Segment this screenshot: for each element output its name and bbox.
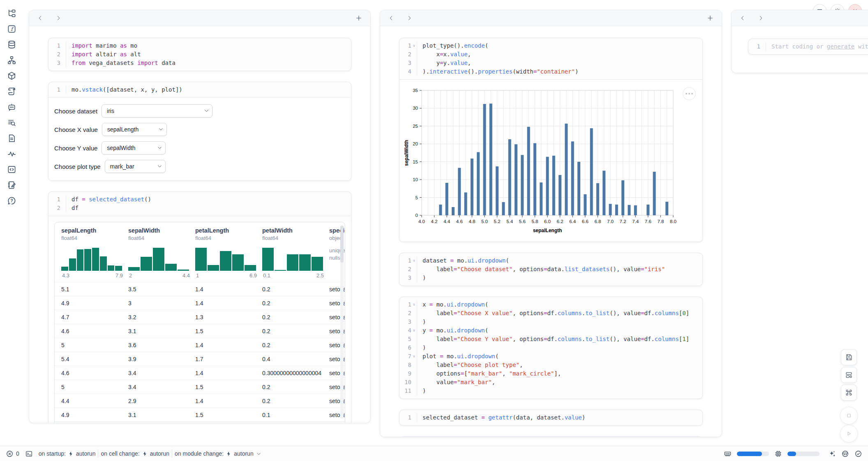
fold-chevron-icon[interactable]: ∨ [411, 352, 417, 361]
table-row[interactable]: 4.63.41.40.30000000000000004setosa [55, 366, 345, 380]
sidebar-item-packages[interactable] [7, 71, 17, 81]
choose-x-value-select[interactable]: sepalLength [102, 123, 167, 136]
table-cell: 5.4 [61, 356, 128, 362]
code-placeholder[interactable]: Start coding or generate with [766, 42, 868, 51]
table-row[interactable]: 4.63.11.50.2setosa [55, 324, 345, 338]
table-row[interactable]: 53.41.50.2setosa [55, 380, 345, 394]
column-header-sepalLength[interactable]: sepalLengthfloat644.37.9 [61, 222, 128, 282]
runtime-config-on-module-change[interactable]: on module change:autorun [175, 450, 261, 457]
cpu-usage-meter[interactable] [787, 452, 820, 456]
chart-menu-button[interactable] [683, 87, 696, 100]
lightning-icon [68, 451, 74, 456]
ram-usage-meter[interactable] [737, 452, 769, 456]
fold-chevron-icon[interactable]: ∨ [411, 256, 417, 265]
sidebar-item-dependencies[interactable] [7, 55, 17, 65]
column-header-petalWidth[interactable]: petalWidthfloat640.12.5 [262, 222, 329, 282]
generate-link[interactable]: generate [827, 43, 854, 50]
chevron-left-icon[interactable] [740, 15, 746, 21]
sidebar-item-help[interactable]: ? [7, 196, 17, 206]
selected-dataset-cell: 1selected_dataset = getattr(data, datase… [399, 410, 703, 426]
connection-status-icon[interactable] [854, 450, 862, 458]
table-cell: 1.3 [195, 314, 262, 320]
table-row[interactable]: 4.931.40.2setosa [55, 296, 345, 310]
svg-text:30: 30 [413, 106, 418, 111]
fold-chevron-icon[interactable]: ∨ [411, 300, 417, 309]
dataframe-table: sepalLengthfloat644.37.9sepalWidthfloat6… [54, 222, 345, 423]
choose-plot-type-select[interactable]: mark_bar [105, 160, 166, 173]
keyboard-shortcuts-button[interactable] [841, 385, 857, 401]
chevron-down-icon [256, 451, 261, 456]
table-cell: 1.4 [195, 370, 262, 376]
code-editor[interactable]: 1∨23dataset = mo.ui.dropdown( label="Cho… [399, 253, 702, 286]
sidebar-item-ai-chat[interactable] [7, 102, 17, 112]
table-row[interactable]: 4.42.91.40.2setosa [55, 394, 345, 408]
plot-cell: 1∨234plot_type().encode( x=x.value, y=y.… [399, 38, 703, 242]
code-editor[interactable]: 1selected_dataset = getattr(data, datase… [399, 410, 702, 425]
table-row[interactable]: 5.13.51.40.2setosa [55, 282, 345, 296]
chevron-down-icon [158, 127, 164, 132]
runtime-config-on-startup[interactable]: on startup:autorun [39, 450, 96, 457]
column-header-sepalWidth[interactable]: sepalWidthfloat6424.4 [128, 222, 195, 282]
stop-button[interactable] [840, 407, 858, 424]
sidebar-item-variables[interactable]: f [7, 24, 17, 34]
histogram-bar [108, 265, 115, 271]
chevron-right-icon[interactable] [758, 15, 764, 21]
ram-icon [724, 450, 732, 458]
svg-text:7.0: 7.0 [607, 219, 614, 224]
code-editor[interactable]: 1mo.vstack([dataset, x, y, plot]) [48, 82, 351, 97]
histogram-bar [299, 254, 311, 271]
plot-type-cell: 1plot_type = getattr(alt.Chart(df), plot… [399, 436, 703, 437]
sidebar-item-snippets[interactable] [7, 164, 17, 175]
choose-dataset-select[interactable]: iris [102, 104, 212, 118]
code-line: dataset = mo.ui.dropdown( [422, 256, 665, 265]
errors-icon[interactable] [6, 450, 14, 458]
altair-bar-chart[interactable]: 051015202530354.04.24.44.64.85.05.25.45.… [399, 80, 702, 242]
line-number: 5 [408, 335, 411, 343]
code-editor[interactable]: 123import marimo as moimport altair as a… [48, 38, 351, 71]
sidebar-item-scratchpad[interactable] [7, 180, 17, 190]
code-editor[interactable]: 12df = selected_dataset()df [48, 192, 351, 216]
choose-y-value-select[interactable]: sepalWidth [102, 141, 166, 154]
sidebar-item-tracing[interactable] [7, 149, 17, 159]
ai-sparkles-icon[interactable] [828, 450, 836, 458]
table-cell: 3.4 [128, 370, 195, 376]
sidebar-item-documentation[interactable] [7, 133, 17, 143]
chevron-left-icon[interactable] [37, 15, 43, 21]
chevron-right-icon[interactable] [55, 15, 61, 21]
sidebar-item-datasets[interactable] [7, 39, 17, 50]
runtime-config-on-cell-change[interactable]: on cell change:autorun [101, 450, 169, 457]
add-column-icon[interactable] [356, 15, 362, 21]
table-row[interactable]: 53.61.40.2setosa [55, 338, 345, 352]
help-icon: ? [7, 196, 16, 205]
chevron-left-icon[interactable] [388, 15, 394, 21]
sidebar-item-file-explorer[interactable] [7, 8, 17, 18]
code-editor[interactable]: 1∨234∨567∨891011x = mo.ui.dropdown( labe… [399, 297, 702, 399]
column-header-petalLength[interactable]: petalLengthfloat6416.9 [195, 222, 262, 282]
chevron-right-icon[interactable] [406, 15, 412, 21]
save-button[interactable] [841, 349, 857, 365]
copilot-icon[interactable] [841, 450, 849, 458]
table-row[interactable]: 4.93.11.50.1setosa [55, 408, 345, 422]
config-value: autorun [234, 450, 253, 457]
line-number: 11 [404, 387, 411, 395]
sidebar-item-outline[interactable] [7, 86, 17, 97]
dropdown-row: Choose plot typemark_bar [54, 160, 345, 173]
fold-chevron-icon[interactable]: ∨ [411, 41, 417, 50]
line-number: 2 [57, 50, 60, 59]
sidebar-item-logs[interactable] [7, 118, 17, 128]
terminal-icon[interactable] [25, 450, 33, 458]
cell-output: 051015202530354.04.24.44.64.85.05.25.45.… [399, 80, 702, 242]
table-row[interactable]: 4.73.21.30.2setosa [55, 310, 345, 324]
dropdown-row: Choose datasetiris [54, 104, 345, 118]
empty-code-cell[interactable]: 1 Start coding or generate with [748, 39, 868, 55]
table-row[interactable]: 5.43.91.70.4setosa [55, 352, 345, 366]
histogram-bar [69, 258, 76, 271]
add-column-icon[interactable] [707, 15, 713, 21]
table-scrollbar[interactable] [340, 226, 344, 419]
code-editor[interactable]: 1∨234plot_type().encode( x=x.value, y=y.… [399, 38, 702, 79]
layout-button[interactable] [841, 367, 857, 383]
run-button[interactable] [840, 425, 858, 443]
histogram-bar [153, 248, 164, 271]
code-editor[interactable]: 1plot_type = getattr(alt.Chart(df), plot… [399, 437, 702, 437]
fold-chevron-icon[interactable]: ∨ [411, 326, 417, 335]
